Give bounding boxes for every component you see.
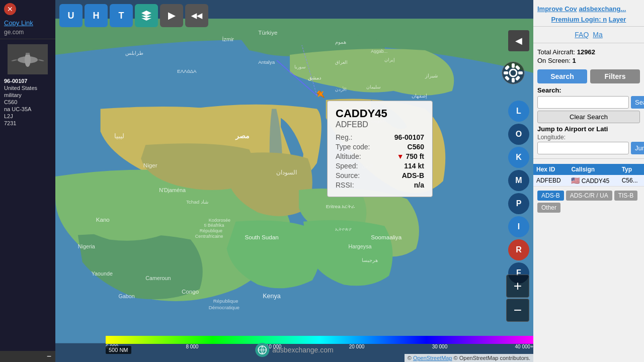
zoom-out-button[interactable]: −: [506, 299, 529, 322]
copy-link[interactable]: Copy Link: [0, 18, 55, 28]
action-buttons: Search Filters: [533, 67, 644, 85]
watermark-text: adsbexchange.com: [272, 346, 333, 354]
aircraft-icon[interactable]: [312, 85, 328, 104]
svg-text:Congo: Congo: [182, 288, 199, 295]
alt-arrow: ▼: [397, 152, 404, 160]
left-sidebar: ✕ Copy Link ge.com 96-00107 United State…: [0, 0, 55, 362]
svg-text:شيراز: شيراز: [425, 73, 438, 79]
k-button[interactable]: K: [508, 147, 529, 168]
svg-text:N'Djaména: N'Djaména: [159, 187, 186, 193]
faq-link[interactable]: FAQ: [575, 31, 589, 39]
gear-button[interactable]: [501, 60, 526, 87]
svg-text:South Sudan: South Sudan: [245, 234, 278, 241]
svg-text:Kano: Kano: [96, 216, 110, 223]
jump-button[interactable]: Jum...: [631, 142, 644, 154]
improve-coverage-section: Improve Cov adsbexchang...: [533, 3, 644, 15]
popup-callsign: CADDY45: [336, 107, 424, 120]
svg-text:Türkiye: Türkiye: [258, 29, 277, 36]
svg-text:ኢትዮጵያ: ኢትዮጵያ: [335, 227, 352, 232]
popup-speed-row: Speed: 114 kt: [336, 162, 424, 170]
svg-text:هموم: هموم: [335, 39, 346, 45]
premium-login-link[interactable]: Premium Login: n: [551, 16, 607, 23]
table-row[interactable]: ADFEBD 🇺🇸 CADDY45 C56...: [533, 175, 644, 187]
left-type: C560: [0, 99, 55, 106]
reg-value: 96-00107: [394, 133, 424, 141]
alt-label: Altitude:: [336, 152, 361, 160]
search-tab-button[interactable]: Search: [537, 69, 587, 83]
svg-text:Soomaaliya: Soomaaliya: [371, 234, 401, 241]
zoom-in-button[interactable]: +: [506, 275, 529, 298]
svg-text:سوريا: سوريا: [294, 64, 306, 70]
distance-label: 500 NM: [106, 346, 131, 354]
i-button[interactable]: I: [508, 216, 529, 237]
svg-text:دمشق: دمشق: [308, 75, 321, 81]
left-airport: L2J: [0, 113, 55, 120]
close-button[interactable]: ✕: [4, 3, 16, 15]
source-value: ADS-B: [402, 171, 424, 179]
clear-search-button[interactable]: Clear Search: [537, 111, 640, 123]
map-link[interactable]: Ma: [593, 31, 602, 39]
openstreetmap-link[interactable]: OpenStreetMap: [413, 355, 452, 361]
svg-text:Kenya: Kenya: [263, 293, 281, 300]
layer-link[interactable]: Layer: [609, 16, 626, 23]
left-number: 7231: [0, 120, 55, 127]
svg-text:إصفهان: إصفهان: [412, 93, 427, 99]
svg-point-1: [25, 53, 31, 67]
svg-text:Aşgab...: Aşgab...: [371, 49, 387, 54]
svg-text:Hargeysa: Hargeysa: [349, 243, 372, 249]
search-input[interactable]: [537, 96, 629, 109]
prev-button[interactable]: ◀◀: [185, 4, 208, 27]
filters-button[interactable]: Filters: [590, 69, 640, 83]
letter-buttons: L O K M P I R F: [508, 101, 529, 284]
left-aircraft-name: na UC-35A: [0, 106, 55, 113]
nav-left-arrow[interactable]: ◀: [508, 30, 529, 51]
svg-text:Yaounde: Yaounde: [92, 270, 113, 277]
svg-text:Cameroun: Cameroun: [145, 275, 171, 281]
adsb-filter-button[interactable]: ADS-B: [537, 191, 564, 201]
next-button[interactable]: ▶: [160, 4, 183, 27]
on-screen-value: 1: [572, 57, 576, 64]
r-button[interactable]: R: [508, 239, 529, 260]
result-type: C56...: [619, 175, 644, 187]
callsign-header: Callsign: [568, 164, 618, 175]
svg-text:إيران: إيران: [384, 58, 395, 63]
m-button[interactable]: M: [508, 170, 529, 191]
svg-text:ΕΛΛάΔΑ: ΕΛΛάΔΑ: [177, 68, 197, 74]
right-panel: Improve Cov adsbexchang... Premium Login…: [533, 0, 644, 362]
jump-input[interactable]: [537, 142, 629, 154]
search-go-button[interactable]: Sea...: [631, 96, 644, 109]
nav-links: FAQ Ma: [533, 29, 644, 41]
left-category: military: [0, 92, 55, 99]
p-button[interactable]: P: [508, 193, 529, 214]
premium-login-section: Premium Login: n Layer: [533, 15, 644, 24]
svg-text:Centrafricaine: Centrafricaine: [195, 234, 223, 239]
popup-type-row: Type code: C560: [336, 143, 424, 151]
h-button[interactable]: H: [85, 4, 108, 27]
adsb-exchange-link[interactable]: adsbexchang...: [579, 5, 626, 13]
l-button[interactable]: L: [508, 101, 529, 122]
tisb-filter-button[interactable]: TIS-B: [614, 191, 638, 201]
result-callsign-cell: 🇺🇸 CADDY45: [568, 175, 618, 187]
o-button[interactable]: O: [508, 124, 529, 145]
svg-text:العراق: العراق: [335, 60, 348, 65]
jump-label: Jump to Airport or Lati: [533, 124, 644, 134]
t-button[interactable]: T: [110, 4, 133, 27]
alt-value: ▼ 750 ft: [397, 152, 424, 160]
result-callsign: CADDY45: [582, 177, 609, 185]
svg-text:ti Béafrika: ti Béafrika: [204, 223, 224, 228]
type-header: Typ: [619, 164, 644, 175]
adsc-filter-button[interactable]: ADS-C/R / UA: [566, 191, 612, 201]
collapse-button[interactable]: −: [0, 351, 55, 362]
left-reg: 96-00107: [0, 77, 55, 84]
popup-reg-row: Reg.: 96-00107: [336, 133, 424, 141]
svg-rect-54: [512, 78, 515, 82]
u-button[interactable]: U: [59, 4, 83, 27]
svg-text:ليبيا: ليبيا: [114, 133, 124, 140]
layer-button[interactable]: [135, 4, 158, 27]
globe-icon: [255, 343, 269, 357]
other-filter-button[interactable]: Other: [537, 203, 560, 213]
improve-coverage-link[interactable]: Improve Cov: [537, 5, 577, 13]
svg-text:الأردن: الأردن: [335, 86, 347, 93]
hex-id-header: Hex ID: [533, 164, 568, 175]
map-area[interactable]: ΕΛΛάΔΑ İzmir Türkiye هموم Aşgab... طرابل…: [55, 0, 533, 362]
